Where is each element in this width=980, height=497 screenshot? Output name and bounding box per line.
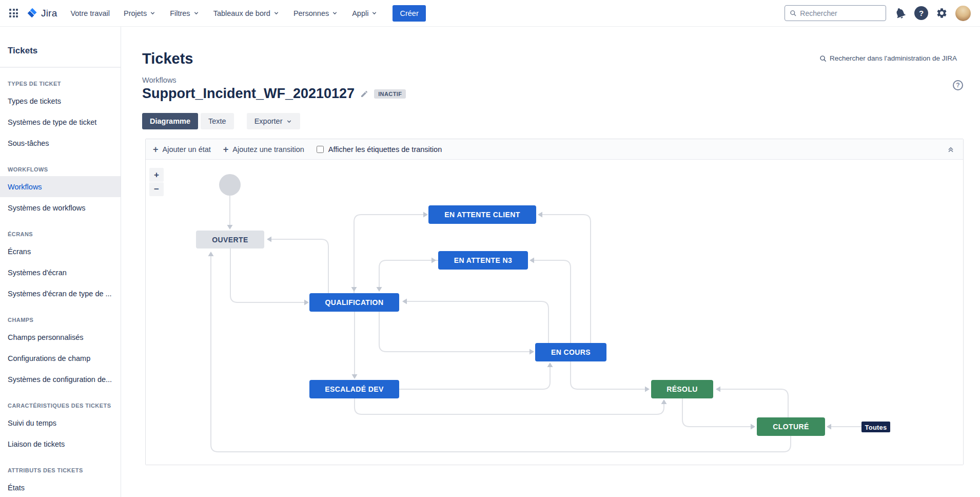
settings-icon[interactable] xyxy=(936,7,948,19)
transition-line[interactable] xyxy=(211,256,791,452)
nav-item-projects[interactable]: Projets xyxy=(124,9,156,17)
sidebar-item-screens[interactable]: Écrans xyxy=(0,241,121,262)
nav-item-label: Personnes xyxy=(293,9,329,17)
status-badge: INACTIF xyxy=(374,89,406,99)
transition-arrow xyxy=(402,299,407,304)
sidebar-item-sub-tasks[interactable]: Sous-tâches xyxy=(0,132,121,154)
transition-arrow xyxy=(377,287,382,292)
node-cloture[interactable]: CLOTURÉ xyxy=(757,417,825,436)
transition-arrow xyxy=(645,387,650,392)
transition-line[interactable] xyxy=(379,260,438,289)
sidebar-item-field-configurations[interactable]: Configurations de champ xyxy=(0,348,121,369)
nav-item-label: Appli xyxy=(352,9,368,17)
transition-line[interactable] xyxy=(270,239,328,293)
plus-icon: + xyxy=(223,146,229,153)
transition-arrow xyxy=(423,212,428,218)
search-input[interactable] xyxy=(800,9,881,17)
transition-line[interactable] xyxy=(230,249,305,302)
nav-item-label: Projets xyxy=(124,9,147,17)
app-switcher-icon[interactable] xyxy=(9,9,18,17)
node-en-attente-client[interactable]: EN ATTENTE CLIENT xyxy=(428,205,536,224)
nav-item-your-work[interactable]: Votre travail xyxy=(70,9,110,17)
search-icon xyxy=(790,9,796,17)
chevron-down-icon xyxy=(273,10,280,16)
chevron-down-icon xyxy=(331,10,338,16)
nav-item-people[interactable]: Personnes xyxy=(293,9,338,17)
node-en-attente-n3[interactable]: EN ATTENTE N3 xyxy=(438,251,528,270)
edit-pencil-icon[interactable] xyxy=(360,90,368,98)
sidebar-item-issue-linking[interactable]: Liaison de tickets xyxy=(0,433,121,454)
transition-line[interactable] xyxy=(379,312,531,352)
transition-arrow xyxy=(304,300,309,305)
transition-arrow xyxy=(827,424,831,430)
transition-arrow xyxy=(547,362,553,367)
show-transition-labels-toggle[interactable]: Afficher les étiquettes de transition xyxy=(317,145,442,154)
zoom-out-button[interactable]: − xyxy=(149,182,164,196)
node-start[interactable] xyxy=(219,174,241,196)
nav-item-label: Tableaux de bord xyxy=(213,9,270,17)
show-transition-labels-checkbox[interactable] xyxy=(317,146,324,153)
sidebar-item-issue-type-screen-schemes[interactable]: Systèmes d'écran de type de ... xyxy=(0,283,121,304)
node-qualification[interactable]: QUALIFICATION xyxy=(309,293,399,312)
user-avatar[interactable] xyxy=(955,6,971,21)
global-search[interactable] xyxy=(785,5,886,21)
node-label: EN ATTENTE N3 xyxy=(454,256,512,264)
help-icon[interactable]: ? xyxy=(914,6,928,20)
transition-line[interactable] xyxy=(354,215,425,293)
create-button[interactable]: Créer xyxy=(393,5,425,22)
search-icon xyxy=(819,55,827,62)
nav-item-filters[interactable]: Filtres xyxy=(170,9,199,17)
zoom-in-button[interactable]: + xyxy=(149,168,164,182)
nav-item-label: Filtres xyxy=(170,9,190,17)
add-state-label: Ajouter un état xyxy=(163,145,211,154)
top-navbar: Jira Votre travailProjetsFiltresTableaux… xyxy=(0,0,980,27)
sidebar-item-screen-schemes[interactable]: Systèmes d'écran xyxy=(0,262,121,283)
nav-item-dashboards[interactable]: Tableaux de bord xyxy=(213,9,280,17)
add-state-button[interactable]: + Ajouter un état xyxy=(153,145,211,154)
sidebar-item-workflows[interactable]: Workflows xyxy=(0,176,121,197)
sidebar-section-header: WORKFLOWS xyxy=(0,154,121,176)
sidebar-item-issue-type-schemes[interactable]: Systèmes de type de ticket xyxy=(0,111,121,132)
sidebar-item-issue-types[interactable]: Types de tickets xyxy=(0,90,121,111)
chevron-down-icon xyxy=(149,10,156,16)
add-transition-label: Ajoutez une transition xyxy=(232,145,304,154)
collapse-toolbar-icon[interactable] xyxy=(947,145,955,154)
sidebar-item-statuses[interactable]: États xyxy=(0,477,121,497)
node-en-cours[interactable]: EN COURS xyxy=(535,343,606,361)
node-label: EN ATTENTE CLIENT xyxy=(444,211,520,219)
plus-icon: + xyxy=(153,146,159,153)
sidebar-item-workflow-schemes[interactable]: Systèmes de workflows xyxy=(0,197,121,218)
page-help-icon[interactable]: ? xyxy=(953,80,963,90)
transition-line[interactable] xyxy=(405,301,548,343)
tab-export[interactable]: Exporter xyxy=(247,113,301,129)
sidebar-item-field-configuration-schemes[interactable]: Systèmes de configuration de... xyxy=(0,369,121,390)
workflow-canvas[interactable]: + − OUVERTEEN ATTENTE CLIENTEN ATTENTE N… xyxy=(146,160,963,465)
transition-line[interactable] xyxy=(682,398,752,427)
notifications-icon[interactable] xyxy=(894,7,907,20)
transition-line[interactable] xyxy=(571,361,646,389)
sidebar-item-time-tracking[interactable]: Suivi du temps xyxy=(0,412,121,433)
sidebar-section-header: ATTRIBUTS DES TICKETS xyxy=(0,454,121,477)
sidebar-item-custom-fields[interactable]: Champs personnalisés xyxy=(0,327,121,348)
node-resolu[interactable]: RÉSOLU xyxy=(651,380,713,398)
add-transition-button[interactable]: + Ajoutez une transition xyxy=(223,145,304,154)
jira-logo[interactable]: Jira xyxy=(26,7,57,19)
transition-arrow xyxy=(751,424,755,430)
tab-text[interactable]: Texte xyxy=(201,113,234,129)
admin-search-link[interactable]: Rechercher dans l'administration de JIRA xyxy=(819,54,957,62)
tab-label: Exporter xyxy=(254,117,283,125)
transition-arrow xyxy=(530,258,534,263)
node-ouverte[interactable]: OUVERTE xyxy=(196,231,264,249)
transition-arrow xyxy=(538,212,542,218)
chevron-down-icon xyxy=(193,10,200,16)
transition-line[interactable] xyxy=(399,366,550,389)
tab-diagram[interactable]: Diagramme xyxy=(142,113,198,129)
breadcrumb[interactable]: Workflows xyxy=(142,76,177,84)
sidebar-title: Tickets xyxy=(0,27,121,67)
transition-line[interactable] xyxy=(355,398,664,414)
node-escalade-dev[interactable]: ESCALADÉ DEV xyxy=(309,380,399,398)
workflow-diagram: OUVERTEEN ATTENTE CLIENTEN ATTENTE N3QUA… xyxy=(146,160,963,465)
transition-line[interactable] xyxy=(719,389,788,417)
nav-item-apps[interactable]: Appli xyxy=(352,9,378,17)
node-toutes[interactable]: Toutes xyxy=(861,422,890,432)
